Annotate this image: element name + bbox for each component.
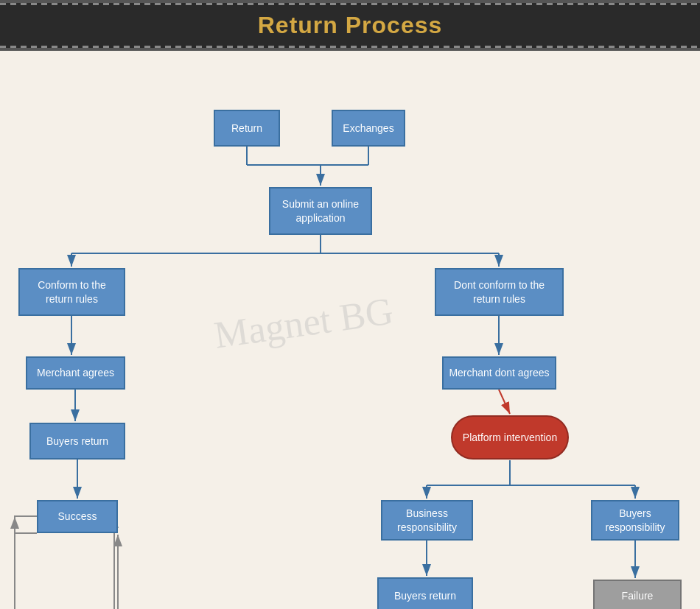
return-box: Return (214, 110, 280, 147)
exchanges-box: Exchanges (332, 110, 405, 147)
platform-box: Platform intervention (451, 415, 569, 460)
svg-line-16 (499, 390, 510, 414)
buyers-return-left-box: Buyers return (29, 423, 125, 460)
buyers-return-mid-box: Buyers return (377, 577, 473, 609)
business-box: Business responsibility (381, 500, 473, 541)
dontconform-box: Dont conform to the return rules (435, 268, 564, 316)
submit-box: Submit an online application (269, 187, 372, 235)
page-title: Return Process (258, 12, 443, 38)
success-box: Success (37, 500, 118, 533)
buyers-resp-box: Buyers responsibility (591, 500, 679, 541)
merchant-agrees-box: Merchant agrees (26, 356, 125, 390)
header: Return Process (0, 0, 700, 51)
merchant-dont-box: Merchant dont agrees (442, 356, 556, 390)
watermark: Magnet BG (211, 289, 396, 356)
diagram-area: Magnet BG (0, 51, 700, 609)
conform-box: Conform to the return rules (18, 268, 125, 316)
failure-box: Failure (593, 580, 682, 609)
